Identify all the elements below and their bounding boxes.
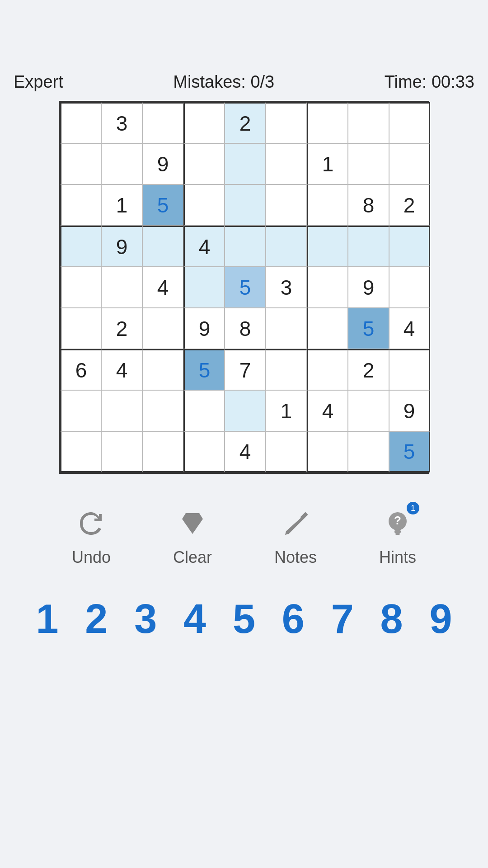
cell[interactable] bbox=[389, 226, 430, 267]
cell[interactable] bbox=[183, 267, 225, 308]
cell[interactable] bbox=[101, 431, 142, 472]
cell[interactable] bbox=[60, 390, 101, 431]
cell[interactable] bbox=[266, 184, 307, 226]
notes-button[interactable]: Notes bbox=[265, 501, 326, 571]
cell[interactable] bbox=[142, 390, 183, 431]
cell[interactable] bbox=[142, 308, 183, 349]
cell[interactable]: 9 bbox=[183, 308, 225, 349]
cell[interactable]: 4 bbox=[101, 349, 142, 390]
cell[interactable] bbox=[307, 184, 348, 226]
undo-button[interactable]: Undo bbox=[63, 501, 120, 571]
sudoku-grid: 32911582944539298546457214945 bbox=[59, 101, 429, 474]
cell[interactable] bbox=[307, 226, 348, 267]
cell[interactable] bbox=[266, 349, 307, 390]
cell[interactable] bbox=[101, 143, 142, 184]
numpad-3[interactable]: 3 bbox=[123, 599, 168, 639]
numpad-5[interactable]: 5 bbox=[221, 599, 267, 639]
cell[interactable]: 4 bbox=[307, 390, 348, 431]
cell[interactable] bbox=[266, 102, 307, 143]
cell[interactable] bbox=[266, 308, 307, 349]
cell[interactable]: 4 bbox=[183, 226, 225, 267]
cell[interactable] bbox=[389, 349, 430, 390]
cell[interactable]: 3 bbox=[101, 102, 142, 143]
cell[interactable]: 8 bbox=[225, 308, 266, 349]
cell[interactable] bbox=[142, 102, 183, 143]
toolbar: Undo Clear Notes ? bbox=[41, 501, 447, 571]
cell[interactable]: 9 bbox=[348, 267, 389, 308]
cell[interactable] bbox=[307, 308, 348, 349]
numpad-7[interactable]: 7 bbox=[320, 599, 365, 639]
cell[interactable] bbox=[348, 390, 389, 431]
cell[interactable] bbox=[266, 143, 307, 184]
cell[interactable] bbox=[389, 102, 430, 143]
cell[interactable]: 2 bbox=[389, 184, 430, 226]
cell[interactable]: 4 bbox=[389, 308, 430, 349]
cell[interactable] bbox=[307, 267, 348, 308]
cell[interactable]: 4 bbox=[142, 267, 183, 308]
cell[interactable] bbox=[60, 431, 101, 472]
cell[interactable] bbox=[60, 102, 101, 143]
cell[interactable]: 1 bbox=[307, 143, 348, 184]
cell[interactable] bbox=[101, 267, 142, 308]
cell[interactable]: 9 bbox=[101, 226, 142, 267]
cell[interactable]: 7 bbox=[225, 349, 266, 390]
cell[interactable]: 8 bbox=[348, 184, 389, 226]
cell[interactable] bbox=[307, 102, 348, 143]
cell[interactable]: 2 bbox=[348, 349, 389, 390]
cell[interactable] bbox=[307, 431, 348, 472]
cell[interactable]: 3 bbox=[266, 267, 307, 308]
cell[interactable]: 9 bbox=[142, 143, 183, 184]
cell[interactable] bbox=[307, 349, 348, 390]
cell[interactable] bbox=[60, 143, 101, 184]
cell[interactable]: 5 bbox=[142, 184, 183, 226]
cell[interactable] bbox=[389, 143, 430, 184]
cell[interactable]: 2 bbox=[101, 308, 142, 349]
cell[interactable]: 4 bbox=[225, 431, 266, 472]
cell[interactable] bbox=[142, 431, 183, 472]
mistakes-label: Mistakes: 0/3 bbox=[173, 72, 274, 92]
numpad-4[interactable]: 4 bbox=[172, 599, 217, 639]
clear-button[interactable]: Clear bbox=[164, 501, 221, 571]
cell[interactable] bbox=[348, 431, 389, 472]
numpad-8[interactable]: 8 bbox=[369, 599, 414, 639]
cell[interactable]: 9 bbox=[389, 390, 430, 431]
cell[interactable] bbox=[225, 184, 266, 226]
cell[interactable] bbox=[225, 226, 266, 267]
numpad-1[interactable]: 1 bbox=[24, 599, 70, 639]
numpad-2[interactable]: 2 bbox=[74, 599, 119, 639]
cell[interactable] bbox=[183, 184, 225, 226]
cell[interactable] bbox=[60, 267, 101, 308]
cell[interactable] bbox=[225, 390, 266, 431]
cell[interactable] bbox=[183, 431, 225, 472]
cell[interactable]: 1 bbox=[266, 390, 307, 431]
hints-button[interactable]: ? 1 Hints bbox=[370, 501, 425, 571]
cell[interactable] bbox=[183, 390, 225, 431]
cell[interactable]: 5 bbox=[225, 267, 266, 308]
cell[interactable] bbox=[183, 102, 225, 143]
cell[interactable] bbox=[348, 102, 389, 143]
cell[interactable]: 5 bbox=[389, 431, 430, 472]
cell[interactable] bbox=[389, 267, 430, 308]
cell[interactable] bbox=[60, 308, 101, 349]
cell[interactable]: 6 bbox=[60, 349, 101, 390]
numpad-6[interactable]: 6 bbox=[271, 599, 316, 639]
time-label: Time: 00:33 bbox=[385, 72, 474, 92]
cell[interactable] bbox=[142, 226, 183, 267]
svg-text:?: ? bbox=[394, 514, 401, 527]
cell[interactable] bbox=[60, 184, 101, 226]
cell[interactable] bbox=[266, 226, 307, 267]
cell[interactable] bbox=[142, 349, 183, 390]
cell[interactable] bbox=[225, 143, 266, 184]
hints-label: Hints bbox=[379, 548, 416, 567]
cell[interactable] bbox=[348, 226, 389, 267]
cell[interactable] bbox=[266, 431, 307, 472]
cell[interactable]: 2 bbox=[225, 102, 266, 143]
numpad-9[interactable]: 9 bbox=[418, 599, 463, 639]
cell[interactable]: 5 bbox=[348, 308, 389, 349]
cell[interactable] bbox=[101, 390, 142, 431]
cell[interactable] bbox=[183, 143, 225, 184]
cell[interactable]: 5 bbox=[183, 349, 225, 390]
cell[interactable]: 1 bbox=[101, 184, 142, 226]
cell[interactable] bbox=[60, 226, 101, 267]
cell[interactable] bbox=[348, 143, 389, 184]
